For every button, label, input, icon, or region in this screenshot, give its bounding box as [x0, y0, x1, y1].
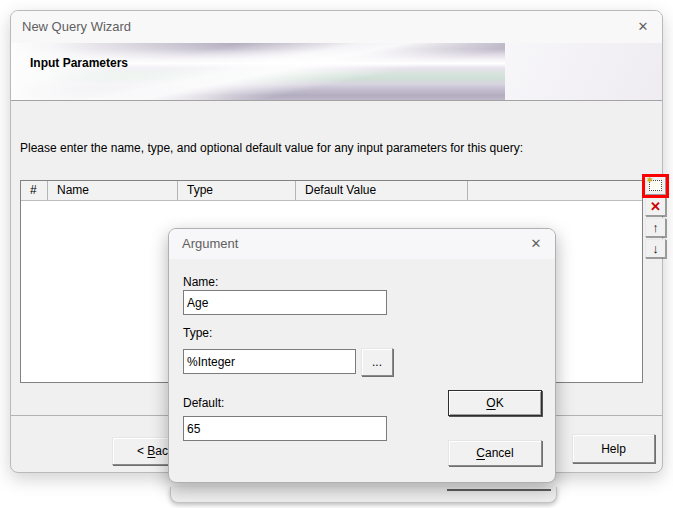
background-window-fragment — [170, 487, 557, 503]
argument-close-button[interactable]: ✕ — [525, 234, 547, 254]
page-background: New Query Wizard ✕ Input Parameters Plea… — [0, 0, 673, 508]
ok-label-accel: O — [486, 396, 495, 410]
argument-dialog: Argument ✕ Name: Type: ... Default: OK C… — [168, 228, 556, 483]
instruction-text: Please enter the name, type, and optiona… — [20, 141, 523, 155]
close-icon: ✕ — [531, 236, 542, 251]
cancel-button[interactable]: Cancel — [448, 440, 542, 466]
wizard-title: New Query Wizard — [22, 11, 131, 43]
type-input[interactable] — [183, 349, 356, 374]
wizard-close-button[interactable]: ✕ — [632, 17, 654, 37]
banner-image — [11, 43, 505, 100]
sparkle-icon: ✶ — [646, 175, 654, 185]
argument-titlebar: Argument ✕ — [169, 229, 555, 259]
cancel-label-suffix: ancel — [485, 446, 514, 460]
name-label: Name: — [183, 275, 218, 289]
table-header-row: # Name Type Default Value — [21, 181, 642, 201]
wizard-titlebar: New Query Wizard ✕ — [11, 11, 662, 43]
back-label-prefix: < — [137, 444, 147, 458]
arrow-down-icon: ↓ — [652, 242, 659, 255]
close-icon: ✕ — [638, 19, 649, 34]
delete-icon: ✕ — [650, 200, 661, 213]
add-parameter-button[interactable]: ✶ — [645, 176, 666, 195]
column-header-default-value[interactable]: Default Value — [296, 181, 468, 200]
column-header-name[interactable]: Name — [48, 181, 178, 200]
ellipsis-icon: ... — [372, 355, 382, 369]
default-input[interactable] — [183, 416, 387, 441]
ok-label-suffix: K — [496, 396, 504, 410]
banner-heading: Input Parameters — [30, 56, 128, 70]
column-header-number[interactable]: # — [21, 181, 48, 200]
browse-type-button[interactable]: ... — [361, 348, 393, 376]
name-input[interactable] — [183, 290, 387, 315]
cancel-label-accel: C — [476, 446, 485, 460]
argument-title: Argument — [182, 229, 238, 259]
delete-parameter-button[interactable]: ✕ — [645, 197, 666, 216]
column-header-type[interactable]: Type — [178, 181, 296, 200]
move-up-button[interactable]: ↑ — [645, 218, 666, 237]
new-item-icon: ✶ — [649, 180, 662, 191]
column-header-blank[interactable] — [468, 181, 642, 200]
hidden-button-edge — [447, 489, 551, 491]
move-down-button[interactable]: ↓ — [645, 239, 666, 258]
wizard-banner: Input Parameters — [11, 43, 662, 101]
default-label: Default: — [183, 396, 224, 410]
ok-button[interactable]: OK — [448, 390, 542, 416]
help-label: Help — [601, 442, 626, 456]
help-button[interactable]: Help — [572, 434, 655, 463]
arrow-up-icon: ↑ — [652, 221, 659, 234]
type-label: Type: — [183, 326, 212, 340]
